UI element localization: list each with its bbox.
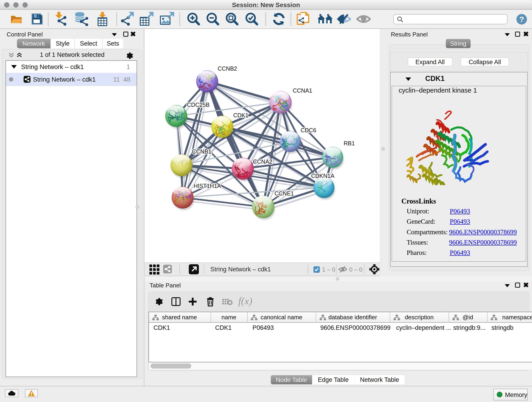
- svg-text:HIST1H1A: HIST1H1A: [194, 183, 221, 189]
- svg-text:CCNA2: CCNA2: [253, 158, 272, 165]
- svg-text:CDC6: CDC6: [301, 127, 316, 133]
- svg-text:CCNB1: CCNB1: [192, 148, 211, 155]
- svg-text:RB1: RB1: [344, 140, 355, 147]
- svg-text:CCNB2: CCNB2: [218, 65, 237, 72]
- svg-text:CDK1: CDK1: [233, 112, 249, 119]
- svg-text:CCNE1: CCNE1: [274, 190, 294, 197]
- svg-text:CDC25B: CDC25B: [187, 102, 210, 108]
- svg-text:CCNA1: CCNA1: [293, 87, 312, 94]
- svg-text:CDKN1A: CDKN1A: [311, 172, 335, 179]
